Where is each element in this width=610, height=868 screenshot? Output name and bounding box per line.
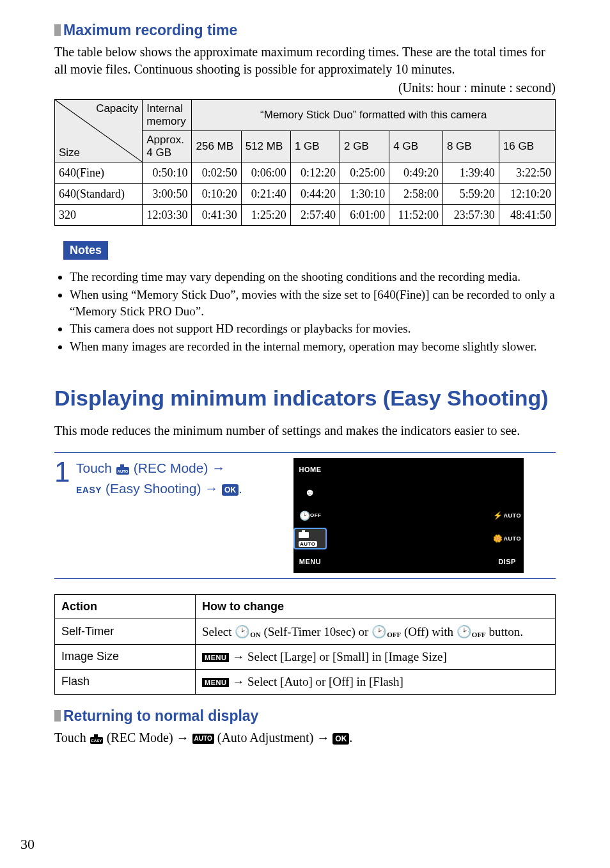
auto-chip-icon: AUTO [192,734,214,744]
cell: 12:03:30 [143,205,192,226]
cell: 0:41:30 [192,205,241,226]
intro-paragraph: The table below shows the approximate ma… [54,43,556,78]
cap-col: 512 MB [241,131,290,162]
cell: 1:30:10 [340,184,389,205]
cell: 1:25:20 [241,205,290,226]
cell: 0:25:00 [340,162,389,184]
easy-label: EASY [76,485,102,495]
svg-rect-4 [299,532,309,538]
lcd-macro-auto-icon[interactable]: AUTO [490,527,524,550]
row-label: 640(Fine) [55,162,143,184]
internal-memory-header: Internal memory [143,100,192,131]
lcd-selftimer-off-icon[interactable]: 🕑OFF [293,504,327,527]
cell: 11:52:00 [389,205,443,226]
arrow-icon: → [205,481,218,496]
cap-col: 16 GB [499,131,555,162]
internal-sub-header: Approx. 4 GB [143,131,192,162]
size-label: Size [59,146,80,159]
cell: 0:21:40 [241,184,290,205]
lcd-menu-button[interactable]: MENU [293,550,327,573]
step-text: (Easy Shooting) [106,481,205,496]
recording-time-table: Capacity Size Internal memory “Memory St… [54,99,556,226]
col-header: Action [55,594,196,619]
selftimer-icon: 🕑 [457,625,472,638]
cell: 0:50:10 [143,162,192,184]
lcd-home-button[interactable]: HOME [293,458,327,481]
svg-text:AUTO: AUTO [117,470,128,473]
heading-bar-icon [54,710,61,722]
list-item: When using “Memory Stick Duo”, movies wi… [70,287,556,319]
cell: 12:10:20 [499,184,555,205]
cell: 0:12:20 [290,162,340,184]
table-row: Flash MENU → Select [Auto] or [Off] in [… [55,669,556,694]
table-row: Self-Timer Select 🕑ON (Self-Timer 10sec)… [55,619,556,644]
cell: 2:58:00 [389,184,443,205]
lcd-preview: HOME ☻ 🕑OFF AUTO MENU AUTO AUTO DISP [293,458,524,573]
cell: 5:59:20 [442,184,499,205]
lcd-flash-auto-icon[interactable]: AUTO [490,504,524,527]
heading-returning: Returning to normal display [54,707,556,724]
selftimer-icon: 🕑 [235,625,250,638]
lcd-rec-mode-selected[interactable]: AUTO [293,527,327,550]
svg-rect-7 [94,734,98,738]
step-number: 1 [54,458,72,486]
svg-rect-2 [120,464,124,468]
menu-chip-icon: MENU [202,653,229,662]
col-header: How to change [196,594,556,619]
how-to-change: Select 🕑ON (Self-Timer 10sec) or 🕑OFF (O… [196,619,556,644]
row-label: 640(Standard) [55,184,143,205]
step-text: . [239,481,242,496]
list-item: When many images are recorded in the int… [70,338,556,355]
heading-text: Maximum recording time [63,22,237,38]
cell: 0:10:20 [192,184,241,205]
cap-col: 1 GB [290,131,340,162]
cell: 0:02:50 [192,162,241,184]
notes-chip: Notes [63,241,108,260]
table-row: 320 12:03:30 0:41:30 1:25:20 2:57:40 6:0… [55,205,556,226]
step-text: Touch [76,461,116,475]
svg-text:EASY: EASY [91,739,102,743]
action-label: Flash [55,669,196,694]
how-to-change: MENU → Select [Large] or [Small] in [Ima… [196,644,556,669]
lcd-smile-icon[interactable]: ☻ [293,481,327,504]
heading-bar-icon [54,24,61,36]
cap-col: 2 GB [340,131,389,162]
cap-col: 256 MB [192,131,241,162]
step-instruction: Touch AUTO (REC Mode) → EASY (Easy Shoot… [76,458,293,498]
step-1: 1 Touch AUTO (REC Mode) → EASY (Easy Sho… [54,452,556,579]
cell: 3:00:50 [143,184,192,205]
camera-auto-icon: AUTO [116,462,130,480]
cell: 3:22:50 [499,162,555,184]
page-number: 30 [20,836,35,853]
cell: 6:01:00 [340,205,389,226]
menu-chip-icon: MENU [202,678,229,687]
table-row: Image Size MENU → Select [Large] or [Sma… [55,644,556,669]
cell: 48:41:50 [499,205,555,226]
action-label: Self-Timer [55,619,196,644]
actions-table: Action How to change Self-Timer Select 🕑… [54,594,556,695]
ok-chip-icon: OK [222,484,239,496]
cell: 23:57:30 [442,205,499,226]
arrow-icon: → [212,461,225,475]
table-row: 640(Fine) 0:50:10 0:02:50 0:06:00 0:12:2… [55,162,556,184]
lcd-disp-button[interactable]: DISP [490,550,524,573]
how-to-change: MENU → Select [Auto] or [Off] in [Flash] [196,669,556,694]
cap-col: 8 GB [442,131,499,162]
step-text: (REC Mode) [134,461,212,475]
action-label: Image Size [55,644,196,669]
heading-max-recording-time: Maximum recording time [54,22,556,38]
table-row: 640(Standard) 3:00:50 0:10:20 0:21:40 0:… [55,184,556,205]
memstick-header: “Memory Stick Duo” formatted with this c… [192,100,556,131]
heading-easy-shooting: Displaying minimum indicators (Easy Shoo… [54,386,556,411]
easy-intro: This mode reduces the minimum number of … [54,422,556,439]
cell: 0:44:20 [290,184,340,205]
list-item: The recording time may vary depending on… [70,269,556,285]
diagonal-header-cell: Capacity Size [55,100,143,162]
notes-list: The recording time may vary depending on… [54,269,556,354]
camera-easy-icon: EASY [90,732,104,749]
list-item: This camera does not support HD recordin… [70,320,556,337]
heading-text: Returning to normal display [63,707,258,724]
return-line: Touch EASY (REC Mode) → AUTO (Auto Adjus… [54,729,556,749]
cell: 1:39:40 [442,162,499,184]
row-label: 320 [55,205,143,226]
